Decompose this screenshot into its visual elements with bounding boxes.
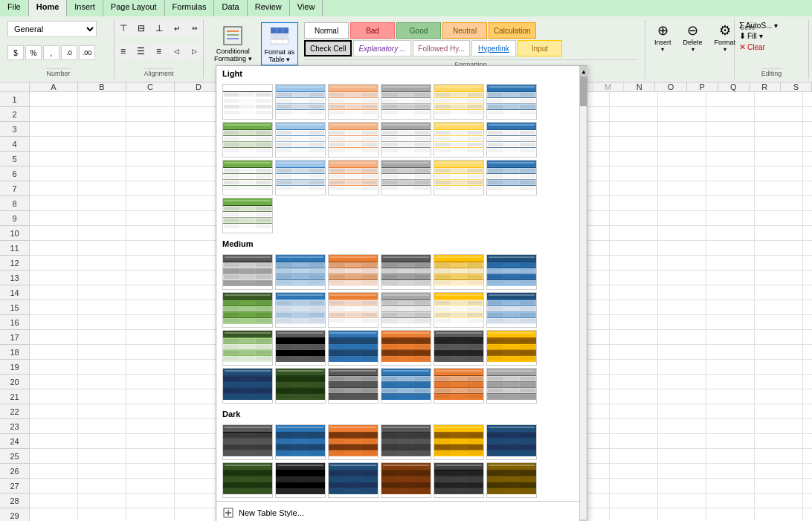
cell-B19[interactable] [78, 360, 126, 375]
cell-O3[interactable] [706, 122, 755, 137]
cell-O11[interactable] [706, 241, 755, 256]
style-good-badge[interactable]: Good [396, 22, 441, 39]
cell-O18[interactable] [706, 345, 755, 360]
style-check-badge[interactable]: Check Cell [304, 40, 352, 56]
dollar-button[interactable]: $ [7, 45, 24, 60]
table-style-item[interactable] [275, 292, 326, 328]
cell-Q12[interactable] [803, 256, 812, 271]
increase-decimal-button[interactable]: .0 [61, 45, 77, 60]
cell-Q10[interactable] [803, 226, 812, 241]
table-style-item[interactable] [275, 330, 326, 366]
cell-P17[interactable] [755, 330, 803, 345]
cell-A27[interactable] [30, 479, 78, 494]
dropdown-scrollbar[interactable]: ▲ ▼ ▼ [579, 66, 587, 521]
cell-N16[interactable] [658, 315, 706, 330]
cell-B25[interactable] [78, 449, 126, 464]
cell-O24[interactable] [706, 434, 755, 449]
table-style-item[interactable] [328, 122, 378, 158]
table-style-item[interactable] [486, 424, 537, 460]
table-style-item[interactable] [486, 254, 537, 290]
fill-button[interactable]: ⬇ Fill ▾ [739, 31, 804, 41]
cell-N12[interactable] [658, 256, 706, 271]
cell-C26[interactable] [126, 464, 175, 479]
cell-A16[interactable] [30, 315, 78, 330]
cell-Q1[interactable] [803, 92, 812, 107]
cell-M20[interactable] [610, 375, 658, 389]
cell-M26[interactable] [610, 464, 658, 479]
cell-O4[interactable] [706, 137, 755, 152]
cell-B15[interactable] [78, 300, 126, 315]
cell-B3[interactable] [78, 122, 126, 137]
cell-N8[interactable] [658, 196, 706, 211]
cell-P10[interactable] [755, 226, 803, 241]
cell-Q21[interactable] [803, 389, 812, 404]
cell-P19[interactable] [755, 360, 803, 375]
table-style-item[interactable] [275, 122, 326, 158]
cell-P2[interactable] [755, 107, 803, 122]
cell-A11[interactable] [30, 241, 78, 256]
table-style-item[interactable] [222, 160, 273, 195]
tab-formulas[interactable]: Formulas [165, 0, 215, 16]
cell-N20[interactable] [658, 375, 706, 389]
cell-A5[interactable] [30, 152, 78, 166]
table-style-item[interactable] [222, 462, 273, 498]
table-style-item[interactable] [486, 462, 537, 498]
cell-M13[interactable] [610, 271, 658, 285]
table-style-item[interactable] [328, 292, 378, 328]
cell-C4[interactable] [126, 137, 175, 152]
cell-M15[interactable] [610, 300, 658, 315]
cell-P6[interactable] [755, 166, 803, 181]
cell-A17[interactable] [30, 330, 78, 345]
cell-A4[interactable] [30, 137, 78, 152]
cell-N25[interactable] [658, 449, 706, 464]
cell-A18[interactable] [30, 345, 78, 360]
cell-M29[interactable] [610, 508, 658, 521]
cell-O21[interactable] [706, 389, 755, 404]
cell-Q26[interactable] [803, 464, 812, 479]
cell-Q14[interactable] [803, 285, 812, 300]
cell-P15[interactable] [755, 300, 803, 315]
cell-M2[interactable] [610, 107, 658, 122]
table-style-item[interactable] [434, 330, 484, 366]
cell-Q5[interactable] [803, 152, 812, 166]
cell-P11[interactable] [755, 241, 803, 256]
align-left-button[interactable]: ≡ [115, 44, 132, 59]
cell-B28[interactable] [78, 494, 126, 508]
cell-P18[interactable] [755, 345, 803, 360]
cell-O20[interactable] [706, 375, 755, 389]
cell-Q27[interactable] [803, 479, 812, 494]
cell-C10[interactable] [126, 226, 175, 241]
align-right-button[interactable]: ≡ [151, 44, 167, 59]
cell-N18[interactable] [658, 345, 706, 360]
cell-P1[interactable] [755, 92, 803, 107]
cell-M11[interactable] [610, 241, 658, 256]
cell-N14[interactable] [658, 285, 706, 300]
cell-C12[interactable] [126, 256, 175, 271]
cell-C21[interactable] [126, 389, 175, 404]
cell-C14[interactable] [126, 285, 175, 300]
table-style-item[interactable] [486, 122, 537, 158]
cell-C23[interactable] [126, 419, 175, 434]
cell-N11[interactable] [658, 241, 706, 256]
align-center-button[interactable]: ☰ [133, 44, 149, 59]
cell-B23[interactable] [78, 419, 126, 434]
cell-Q17[interactable] [803, 330, 812, 345]
cell-A22[interactable] [30, 404, 78, 419]
cell-Q23[interactable] [803, 419, 812, 434]
cell-B12[interactable] [78, 256, 126, 271]
style-input-badge[interactable]: Input [518, 40, 562, 56]
table-style-item[interactable] [222, 254, 273, 290]
cell-B22[interactable] [78, 404, 126, 419]
cell-B13[interactable] [78, 271, 126, 285]
cell-M22[interactable] [610, 404, 658, 419]
table-style-item[interactable] [328, 84, 378, 120]
table-style-item[interactable] [328, 160, 378, 195]
cell-P12[interactable] [755, 256, 803, 271]
style-neutral-badge[interactable]: Neutral [442, 22, 487, 39]
tab-home[interactable]: Home [29, 0, 68, 16]
cell-O16[interactable] [706, 315, 755, 330]
cell-O15[interactable] [706, 300, 755, 315]
cell-Q8[interactable] [803, 196, 812, 211]
cell-M16[interactable] [610, 315, 658, 330]
cell-Q25[interactable] [803, 449, 812, 464]
